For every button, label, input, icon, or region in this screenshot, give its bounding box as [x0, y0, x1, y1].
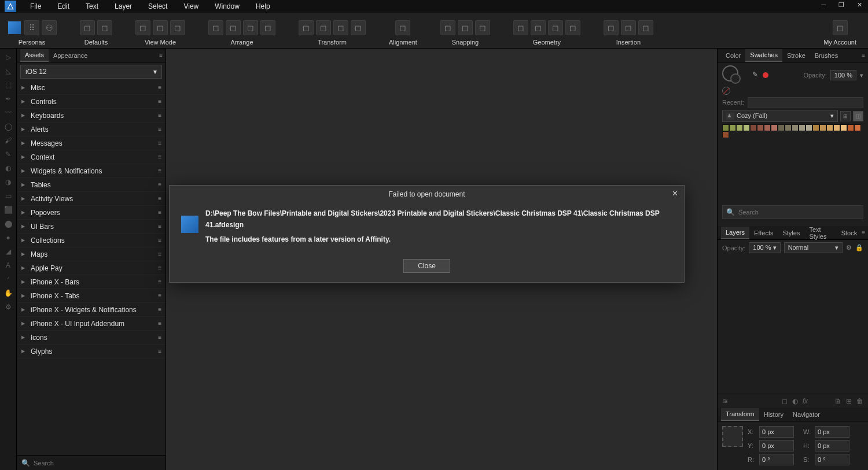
fill-color-ring[interactable] [730, 73, 741, 84]
asset-category-row[interactable]: ▶Icons≡ [17, 331, 165, 345]
ellipse-tool[interactable]: ◢ [3, 246, 13, 257]
swatch-search-input[interactable] [738, 209, 859, 216]
toolbar-button[interactable]: ◻ [638, 20, 653, 35]
toolbar-button[interactable]: ◻ [260, 20, 275, 35]
category-menu-icon[interactable]: ≡ [158, 334, 161, 341]
toolbar-button[interactable]: ◻ [604, 20, 619, 35]
menu-edit[interactable]: Edit [49, 1, 78, 12]
frame-tool[interactable]: ▭ [3, 191, 13, 201]
category-menu-icon[interactable]: ≡ [158, 126, 161, 132]
color-swatch[interactable] [743, 124, 750, 131]
color-swatch[interactable] [847, 124, 854, 131]
color-swatch[interactable] [819, 124, 826, 131]
fx-icon[interactable]: fx [803, 397, 808, 405]
crop-tool[interactable]: ⬛ [3, 205, 13, 215]
category-menu-icon[interactable]: ≡ [158, 154, 161, 160]
tab-transform[interactable]: Transform [721, 408, 759, 421]
move-tool[interactable]: ▷ [3, 52, 13, 62]
asset-category-row[interactable]: ▶Context≡ [17, 150, 165, 164]
toolbar-button[interactable]: ◻ [333, 20, 348, 35]
text-tool[interactable]: ⬤ [3, 219, 13, 229]
category-menu-icon[interactable]: ≡ [158, 279, 161, 285]
art-text-tool[interactable]: A [3, 260, 13, 271]
asset-category-row[interactable]: ▶Controls≡ [17, 95, 165, 109]
color-swatch[interactable] [840, 124, 847, 131]
adjustment-icon[interactable]: ◐ [792, 397, 798, 405]
asset-category-row[interactable]: ▶iPhone X - Tabs≡ [17, 289, 165, 303]
palette-dropdown[interactable]: Cozy (Fall) ▾ [722, 110, 838, 122]
color-swatch[interactable] [722, 124, 729, 131]
asset-category-row[interactable]: ▶Collections≡ [17, 234, 165, 247]
tab-appearance[interactable]: Appearance [49, 50, 92, 61]
tab-assets[interactable]: Assets [20, 49, 49, 62]
dialog-close-button[interactable]: Close [403, 259, 450, 273]
zoom-tool[interactable]: ⚙ [3, 302, 13, 312]
delete-layer-icon[interactable]: 🗑 [856, 397, 863, 405]
toolbar-button[interactable]: ◻ [395, 20, 410, 35]
maximize-button[interactable]: ❐ [836, 1, 847, 9]
menu-view[interactable]: View [175, 1, 207, 12]
swatch-search[interactable]: 🔍 [722, 205, 863, 219]
asset-category-row[interactable]: ▶Misc≡ [17, 81, 165, 95]
asset-category-row[interactable]: ▶Apple Pay≡ [17, 261, 165, 275]
toolbar-button[interactable]: ◻ [351, 20, 366, 35]
tab-text-styles[interactable]: Text Styles [804, 224, 836, 242]
asset-category-row[interactable]: ▶Maps≡ [17, 247, 165, 261]
asset-search-input[interactable] [34, 460, 161, 467]
picked-color-swatch[interactable] [763, 72, 768, 78]
gear-icon[interactable]: ⚙ [846, 244, 852, 251]
asset-category-row[interactable]: ▶iPhone X - Widgets & Notifications≡ [17, 303, 165, 317]
asset-category-row[interactable]: ▶Widgets & Notifications≡ [17, 164, 165, 178]
color-swatch[interactable] [812, 124, 819, 131]
asset-category-row[interactable]: ▶Activity Views≡ [17, 192, 165, 206]
asset-category-row[interactable]: ▶Keyboards≡ [17, 109, 165, 123]
category-menu-icon[interactable]: ≡ [158, 182, 161, 188]
color-swatch[interactable] [806, 124, 812, 131]
toolbar-button[interactable]: ◻ [226, 20, 241, 35]
color-swatch[interactable] [757, 124, 764, 131]
color-swatch[interactable] [785, 124, 792, 131]
menu-file[interactable]: File [22, 1, 49, 12]
brush-tool[interactable]: 🖌 [3, 135, 13, 146]
tab-navigator[interactable]: Navigator [788, 409, 825, 420]
toolbar-button[interactable]: ◻ [299, 20, 314, 35]
category-menu-icon[interactable]: ≡ [158, 140, 161, 146]
tab-effects[interactable]: Effects [749, 227, 778, 239]
color-swatch[interactable] [778, 124, 785, 131]
menu-help[interactable]: Help [248, 1, 278, 12]
color-swatch[interactable] [826, 124, 833, 131]
category-menu-icon[interactable]: ≡ [158, 251, 161, 257]
asset-pack-dropdown[interactable]: iOS 12 ▾ [20, 65, 162, 79]
category-menu-icon[interactable]: ≡ [158, 306, 161, 313]
asset-search[interactable]: 🔍 [17, 455, 165, 470]
palette-options-icon[interactable]: ◫ [853, 111, 863, 121]
asset-category-row[interactable]: ▶iPhone X - UI Input Addendum≡ [17, 317, 165, 331]
toolbar-button[interactable]: ◻ [440, 20, 455, 35]
menu-window[interactable]: Window [207, 1, 248, 12]
category-menu-icon[interactable]: ≡ [158, 265, 161, 271]
close-window-button[interactable]: ✕ [855, 1, 865, 9]
category-menu-icon[interactable]: ≡ [158, 237, 161, 243]
tab-layers[interactable]: Layers [721, 227, 749, 239]
tab-history[interactable]: History [759, 409, 788, 420]
panel-menu-icon[interactable]: ≡ [862, 230, 865, 236]
color-swatch[interactable] [764, 124, 771, 131]
toolbar-button[interactable]: ◻ [208, 20, 223, 35]
minimize-button[interactable]: ─ [819, 1, 828, 9]
asset-category-row[interactable]: ▶UI Bars≡ [17, 220, 165, 234]
category-menu-icon[interactable]: ≡ [158, 84, 161, 91]
tab-stock[interactable]: Stock [837, 227, 862, 239]
add-palette-icon[interactable]: ⊞ [840, 111, 851, 121]
layers-stack-icon[interactable]: ≋ [722, 397, 728, 405]
toolbar-button[interactable]: ◻ [80, 20, 95, 35]
toolbar-button[interactable]: ◻ [548, 20, 563, 35]
r-input[interactable] [759, 454, 794, 465]
y-input[interactable] [759, 440, 794, 452]
erase-tool[interactable]: ✎ [3, 149, 13, 160]
panel-menu-icon[interactable]: ≡ [862, 52, 865, 58]
mask-icon[interactable]: ◻ [782, 397, 788, 405]
toolbar-button[interactable]: ◻ [316, 20, 331, 35]
menu-layer[interactable]: Layer [106, 1, 140, 12]
category-menu-icon[interactable]: ≡ [158, 98, 161, 105]
toolbar-button[interactable]: ◻ [97, 20, 112, 35]
